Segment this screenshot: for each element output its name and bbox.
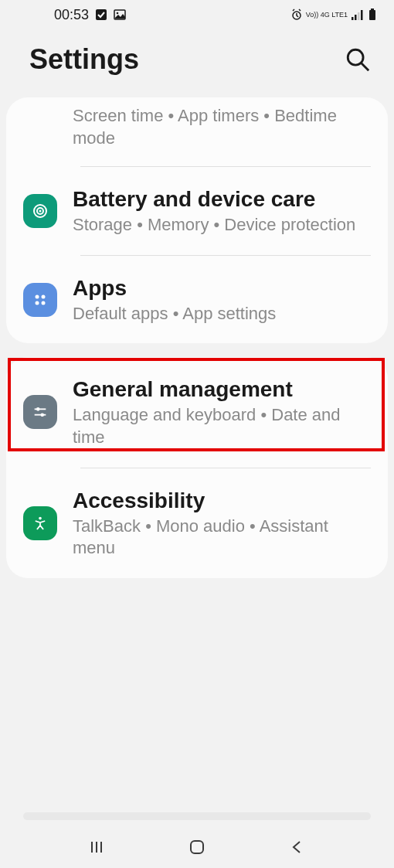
svg-rect-0: [96, 9, 107, 20]
alarm-icon: [290, 9, 303, 21]
back-button[interactable]: [287, 836, 308, 858]
svg-point-10: [348, 49, 363, 65]
home-button[interactable]: [186, 836, 208, 858]
sliders-icon: [23, 395, 57, 429]
settings-card-1: Screen time • App timers • Bedtime mode …: [6, 97, 388, 343]
svg-point-16: [42, 294, 46, 298]
navigation-bar: [0, 826, 394, 868]
battery-icon: [366, 9, 379, 21]
item-subtitle: Default apps • App settings: [73, 303, 371, 325]
svg-rect-7: [361, 10, 363, 20]
back-icon: [288, 838, 307, 856]
svg-point-2: [117, 12, 119, 15]
svg-point-18: [42, 301, 46, 305]
settings-item-apps[interactable]: Apps Default apps • App settings: [6, 256, 388, 344]
svg-point-14: [39, 209, 42, 212]
item-subtitle: Language and keyboard • Date and time: [73, 404, 371, 448]
status-left: 00:53: [54, 7, 126, 23]
scroll-indicator: [23, 812, 371, 820]
item-subtitle: Screen time • App timers • Bedtime mode: [73, 105, 371, 149]
search-button[interactable]: [345, 46, 371, 73]
item-title: Battery and device care: [73, 186, 371, 213]
header: Settings: [0, 29, 394, 97]
svg-rect-27: [191, 841, 203, 853]
svg-point-15: [36, 294, 39, 298]
home-icon: [188, 838, 206, 856]
svg-rect-5: [355, 15, 357, 20]
search-icon: [345, 46, 371, 73]
svg-rect-8: [369, 10, 375, 20]
svg-rect-6: [358, 12, 360, 20]
svg-point-20: [36, 408, 40, 412]
item-subtitle: TalkBack • Mono audio • Assistant menu: [73, 516, 371, 560]
svg-rect-4: [352, 17, 354, 20]
signal-icon: [351, 9, 363, 21]
accessibility-icon: [23, 506, 57, 540]
network-label: Vo)) 4G LTE1: [306, 12, 348, 19]
settings-item-general[interactable]: General management Language and keyboard…: [6, 357, 388, 467]
settings-item-battery[interactable]: Battery and device care Storage • Memory…: [6, 167, 388, 255]
item-subtitle: Storage • Memory • Device protection: [73, 214, 371, 237]
item-title: Apps: [73, 274, 371, 301]
recent-apps-icon: [87, 838, 106, 856]
svg-point-23: [39, 516, 42, 519]
svg-point-22: [40, 414, 44, 417]
apps-icon: [23, 283, 57, 317]
battery-care-icon: [23, 194, 57, 228]
image-icon: [114, 9, 126, 21]
settings-item-accessibility[interactable]: Accessibility TalkBack • Mono audio • As…: [6, 468, 388, 578]
status-right: Vo)) 4G LTE1: [290, 9, 379, 21]
settings-item-screen-time[interactable]: Screen time • App timers • Bedtime mode: [6, 97, 388, 166]
svg-line-11: [361, 63, 369, 70]
checkbox-icon: [95, 9, 107, 21]
item-title: Accessibility: [73, 487, 371, 514]
recent-apps-button[interactable]: [86, 836, 107, 858]
page-title: Settings: [29, 43, 139, 76]
svg-point-17: [36, 301, 39, 305]
status-time: 00:53: [54, 7, 89, 23]
item-title: General management: [73, 376, 371, 403]
status-bar: 00:53 Vo)) 4G LTE1: [0, 0, 394, 29]
settings-card-2: General management Language and keyboard…: [6, 357, 388, 577]
svg-rect-9: [371, 9, 374, 10]
